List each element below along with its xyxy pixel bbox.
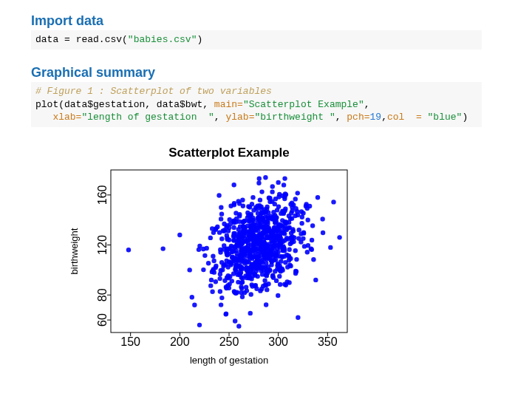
svg-point-748 xyxy=(240,295,245,299)
svg-text:80: 80 xyxy=(96,288,109,301)
svg-point-461 xyxy=(261,284,265,288)
svg-point-774 xyxy=(250,228,255,232)
svg-point-770 xyxy=(256,216,260,221)
svg-point-270 xyxy=(250,195,255,200)
svg-point-729 xyxy=(239,258,244,262)
svg-point-719 xyxy=(228,222,233,226)
svg-point-773 xyxy=(259,265,263,270)
svg-point-825 xyxy=(328,245,332,250)
svg-point-66 xyxy=(259,189,264,194)
svg-point-585 xyxy=(267,227,271,231)
svg-point-81 xyxy=(210,290,214,294)
svg-point-820 xyxy=(197,323,202,327)
svg-point-324 xyxy=(287,280,291,284)
svg-point-796 xyxy=(270,240,275,245)
svg-point-832 xyxy=(219,205,223,210)
svg-point-663 xyxy=(256,181,261,185)
svg-point-775 xyxy=(287,262,292,267)
code-block-import: data = read.csv("babies.csv") xyxy=(31,30,482,50)
svg-point-814 xyxy=(238,264,242,268)
svg-point-162 xyxy=(296,191,300,195)
svg-text:350: 350 xyxy=(318,335,338,348)
svg-point-158 xyxy=(270,189,274,194)
svg-point-35 xyxy=(216,193,221,197)
svg-point-684 xyxy=(250,284,254,288)
svg-point-792 xyxy=(245,247,249,251)
svg-point-785 xyxy=(280,225,284,229)
svg-point-776 xyxy=(277,241,282,245)
svg-point-682 xyxy=(258,288,262,293)
svg-point-695 xyxy=(232,202,236,207)
svg-point-827 xyxy=(296,315,300,319)
svg-point-83 xyxy=(262,278,267,282)
svg-point-791 xyxy=(262,230,267,234)
svg-point-829 xyxy=(236,324,241,328)
svg-point-771 xyxy=(277,192,282,197)
svg-point-355 xyxy=(305,250,310,254)
svg-point-772 xyxy=(283,260,287,265)
svg-point-23 xyxy=(218,289,222,293)
svg-point-809 xyxy=(266,250,270,254)
svg-point-264 xyxy=(197,248,201,252)
svg-point-777 xyxy=(258,242,262,247)
svg-point-764 xyxy=(289,211,293,215)
svg-point-797 xyxy=(273,220,277,225)
svg-text:160: 160 xyxy=(96,185,109,205)
svg-point-683 xyxy=(219,260,224,265)
svg-point-707 xyxy=(321,231,325,235)
svg-point-410 xyxy=(276,205,281,209)
svg-point-769 xyxy=(259,233,264,238)
svg-point-600 xyxy=(249,255,253,259)
svg-point-487 xyxy=(299,209,304,214)
svg-text:150: 150 xyxy=(120,335,140,348)
svg-point-708 xyxy=(224,259,228,263)
svg-point-282 xyxy=(277,274,282,279)
svg-point-607 xyxy=(270,273,275,277)
svg-point-352 xyxy=(320,216,324,221)
svg-point-795 xyxy=(219,302,223,307)
svg-point-787 xyxy=(239,245,244,250)
svg-point-822 xyxy=(209,278,214,282)
section-heading-graphical: Graphical summary xyxy=(31,65,482,81)
svg-point-333 xyxy=(233,318,237,323)
svg-point-428 xyxy=(219,296,224,300)
svg-point-662 xyxy=(293,271,298,276)
svg-point-798 xyxy=(262,221,267,225)
svg-point-802 xyxy=(222,228,227,233)
svg-text:300: 300 xyxy=(268,335,288,348)
code-block-graphical: # Figure 1 : Scatterplot of two variable… xyxy=(31,82,482,127)
svg-point-742 xyxy=(236,199,240,203)
svg-point-73 xyxy=(206,261,211,265)
svg-point-619 xyxy=(278,282,282,287)
svg-point-759 xyxy=(255,254,259,259)
svg-point-789 xyxy=(219,268,223,273)
svg-point-246 xyxy=(263,175,267,180)
svg-point-335 xyxy=(282,183,286,187)
svg-point-573 xyxy=(269,262,273,267)
svg-point-803 xyxy=(236,233,241,237)
svg-point-790 xyxy=(296,236,301,241)
svg-point-696 xyxy=(225,252,229,256)
svg-point-202 xyxy=(258,197,262,202)
svg-point-583 xyxy=(231,255,235,259)
svg-point-812 xyxy=(233,267,237,271)
svg-point-216 xyxy=(248,292,253,296)
svg-point-581 xyxy=(211,231,216,235)
svg-point-420 xyxy=(251,208,256,212)
svg-point-743 xyxy=(225,236,229,240)
svg-point-815 xyxy=(251,243,256,248)
svg-point-781 xyxy=(250,234,254,239)
svg-point-833 xyxy=(305,217,310,222)
svg-point-578 xyxy=(239,284,243,289)
svg-point-519 xyxy=(230,279,234,283)
svg-point-567 xyxy=(310,238,314,242)
svg-point-754 xyxy=(259,248,264,252)
chart-title: Scatterplot Example xyxy=(168,146,289,160)
svg-point-699 xyxy=(288,202,293,206)
svg-point-806 xyxy=(266,216,270,220)
svg-point-767 xyxy=(271,250,276,255)
svg-point-665 xyxy=(273,269,277,273)
svg-point-375 xyxy=(282,176,287,180)
svg-point-808 xyxy=(245,288,249,293)
svg-text:120: 120 xyxy=(96,235,109,255)
